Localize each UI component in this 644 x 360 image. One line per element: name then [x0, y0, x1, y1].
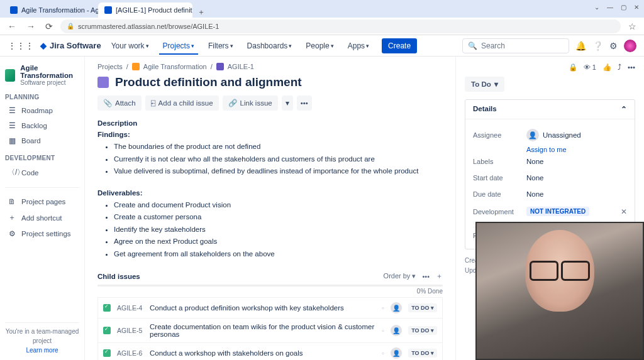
share-icon[interactable]: ⤴ — [618, 63, 621, 71]
child-issue-row[interactable]: AGILE-5 Create documentation on team wik… — [97, 319, 443, 343]
sidebar-section-planning: PLANNING — [5, 94, 79, 101]
project-header[interactable]: Agile Transformation Software project — [5, 64, 79, 86]
link-issue-button[interactable]: 🔗Link issue — [223, 95, 278, 111]
order-by-dropdown[interactable]: Order by ▾ — [384, 272, 416, 280]
browser-toolbar: ← → ⟳ 🔒 scrummastered.atlassian.net/brow… — [0, 18, 644, 35]
bc-issue-key[interactable]: AGILE-1 — [228, 63, 254, 70]
link-issue-dropdown[interactable]: ▾ — [282, 95, 293, 111]
nav-filters[interactable]: Filters▾ — [204, 37, 237, 55]
story-icon — [103, 349, 111, 357]
watchers-button[interactable]: 👁 1 — [584, 63, 596, 71]
description-body[interactable]: Findings: The boundaries of the product … — [97, 131, 443, 260]
child-issue-summary[interactable]: Conduct a workshop with stakeholders on … — [150, 349, 375, 357]
child-assignee[interactable]: 👤 — [391, 347, 402, 359]
settings-icon[interactable]: ⚙ — [609, 41, 618, 51]
assign-to-me-link[interactable]: Assign to me — [526, 146, 567, 153]
bc-projects[interactable]: Projects — [97, 63, 123, 70]
sidebar-add-shortcut[interactable]: ＋Add shortcut — [5, 209, 79, 226]
deliverable-item: Create and document Product vision — [114, 199, 443, 212]
child-status-dropdown[interactable]: TO DO ▾ — [408, 349, 437, 357]
labels-value[interactable]: None — [526, 158, 544, 165]
nav-projects[interactable]: Projects▾ — [159, 37, 198, 55]
forward-button[interactable]: → — [24, 21, 38, 31]
assignee-value[interactable]: Unassigned — [543, 131, 581, 139]
reload-button[interactable]: ⟳ — [43, 21, 55, 31]
sidebar-code[interactable]: 〈/〉Code — [5, 164, 79, 181]
sidebar-footer: You're in a team-managed project Learn m… — [5, 322, 79, 355]
child-issue-key[interactable]: AGILE-4 — [117, 304, 143, 312]
child-issue-summary[interactable]: Create documentation on team wikis for t… — [150, 323, 375, 338]
deliverable-item: Create a customer persona — [114, 211, 443, 224]
lock-icon[interactable]: 🔒 — [569, 63, 577, 72]
nav-people[interactable]: People▾ — [302, 37, 337, 55]
unassigned-avatar-icon: 👤 — [526, 129, 539, 141]
priority-icon[interactable]: ◦ — [382, 304, 384, 312]
status-dropdown[interactable]: To Do▾ — [465, 77, 504, 92]
child-assignee[interactable]: 👤 — [391, 325, 402, 336]
top-nav: ⋮⋮⋮ ◆ Jira Software Your work▾ Projects▾… — [0, 35, 644, 57]
child-status-dropdown[interactable]: TO DO ▾ — [408, 303, 437, 312]
close-window-icon[interactable]: ✕ — [634, 4, 639, 11]
child-assignee[interactable]: 👤 — [391, 302, 402, 314]
child-issue-summary[interactable]: Conduct a product definition workshop wi… — [150, 304, 375, 312]
sidebar-roadmap[interactable]: ☰Roadmap — [5, 103, 79, 118]
add-child-button[interactable]: ⍇Add a child issue — [145, 95, 219, 111]
url-bar[interactable]: 🔒 scrummastered.atlassian.net/browse/AGI… — [60, 19, 621, 33]
browser-tab[interactable]: Agile Transformation - Agile boa✕ — [4, 3, 98, 18]
child-issue-row[interactable]: AGILE-6 Conduct a workshop with stakehol… — [97, 343, 443, 360]
sidebar-project-pages[interactable]: 🗎Project pages — [5, 194, 79, 209]
chevron-up-icon: ⌃ — [621, 105, 627, 114]
labels-label: Labels — [473, 158, 526, 165]
bookmark-icon[interactable]: ☆ — [626, 21, 639, 31]
epic-color-chip[interactable] — [97, 77, 109, 88]
bc-project[interactable]: Agile Transformation — [143, 63, 207, 70]
browser-tab-active[interactable]: [AGILE-1] Product definition and✕ — [98, 3, 192, 18]
minimize-icon[interactable]: — — [607, 4, 613, 11]
new-tab-button[interactable]: ＋ — [192, 7, 210, 18]
more-actions-button[interactable]: ••• — [297, 95, 312, 111]
more-icon[interactable]: ••• — [628, 63, 635, 71]
maximize-icon[interactable]: ▢ — [621, 4, 626, 11]
sidebar-board[interactable]: ▦Board — [5, 133, 79, 148]
back-button[interactable]: ← — [5, 21, 19, 31]
sidebar-project-settings[interactable]: ⚙Project settings — [5, 226, 79, 241]
link-icon: 🔗 — [228, 99, 237, 107]
child-issues-more[interactable]: ••• — [422, 273, 430, 280]
start-date-value[interactable]: None — [526, 174, 544, 182]
progress-bar — [97, 285, 443, 286]
epic-icon — [216, 63, 224, 70]
child-issue-row[interactable]: AGILE-4 Conduct a product definition wor… — [97, 297, 443, 319]
nav-apps[interactable]: Apps▾ — [344, 37, 373, 55]
project-name: Agile Transformation — [20, 64, 79, 79]
sidebar-backlog[interactable]: ☰Backlog — [5, 118, 79, 133]
priority-icon[interactable]: ◦ — [382, 327, 384, 334]
development-value[interactable]: NOT INTEGRATED — [526, 207, 589, 216]
story-icon — [103, 304, 111, 312]
add-child-issue-inline[interactable]: ＋ — [436, 271, 443, 281]
nav-dashboards[interactable]: Dashboards▾ — [243, 37, 296, 55]
deliverable-item: Get agreement from all stakeholders on t… — [114, 248, 443, 261]
development-label: Development — [473, 208, 526, 215]
notifications-icon[interactable]: 🔔 — [575, 41, 586, 51]
issue-title[interactable]: Product definition and alignment — [115, 75, 302, 89]
child-status-dropdown[interactable]: TO DO ▾ — [408, 326, 437, 335]
attach-button[interactable]: 📎Attach — [97, 95, 142, 111]
breadcrumb: Projects / Agile Transformation / AGILE-… — [97, 63, 443, 70]
profile-avatar[interactable] — [624, 40, 636, 52]
assignee-label: Assignee — [473, 131, 526, 139]
close-icon[interactable]: ✕ — [621, 207, 627, 216]
child-issue-key[interactable]: AGILE-5 — [117, 327, 143, 334]
details-toggle[interactable]: Details⌃ — [465, 100, 635, 119]
nav-your-work[interactable]: Your work▾ — [108, 37, 153, 55]
product-logo[interactable]: ◆ Jira Software — [40, 41, 101, 50]
help-icon[interactable]: ❔ — [592, 41, 603, 51]
priority-icon[interactable]: ◦ — [382, 349, 384, 357]
due-date-value[interactable]: None — [526, 190, 544, 198]
create-button[interactable]: Create — [382, 38, 417, 53]
child-issue-key[interactable]: AGILE-6 — [117, 349, 143, 357]
search-input[interactable]: 🔍 Search — [462, 38, 569, 53]
app-switcher-icon[interactable]: ⋮⋮⋮ — [8, 41, 34, 51]
chevron-down-icon[interactable]: ⌄ — [594, 4, 599, 11]
like-icon[interactable]: 👍 — [602, 63, 611, 72]
learn-more-link[interactable]: Learn more — [26, 347, 58, 354]
